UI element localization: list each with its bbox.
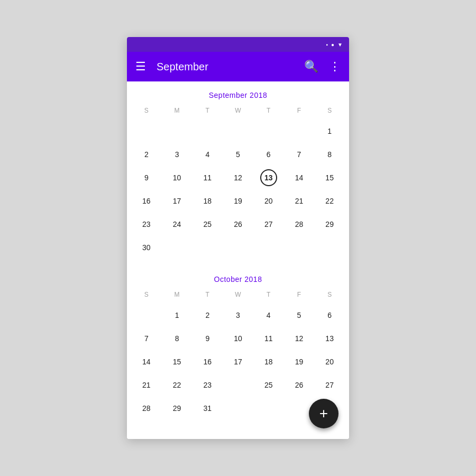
cal-cell-day-28[interactable]: 28 bbox=[284, 213, 315, 236]
more-icon[interactable]: ⋮ bbox=[329, 61, 341, 72]
cal-cell-day-1[interactable]: 1 bbox=[162, 304, 193, 327]
cal-cell-day-18[interactable]: 18 bbox=[253, 350, 284, 373]
cal-cell-day-22[interactable]: 22 bbox=[314, 189, 345, 213]
cal-cell-day-23[interactable]: 23 bbox=[131, 213, 162, 236]
cal-cell-day-22[interactable]: 22 bbox=[162, 373, 193, 397]
cal-cell-day-27[interactable]: 27 bbox=[253, 213, 284, 236]
cal-cell-empty bbox=[223, 236, 253, 259]
cal-cell-day-29[interactable]: 29 bbox=[162, 397, 193, 420]
cal-cell-day-4[interactable]: 4 bbox=[192, 143, 223, 166]
cal-cell-day-9[interactable]: 9 bbox=[131, 166, 162, 189]
cal-cell-day-19[interactable]: 19 bbox=[284, 350, 315, 373]
cal-cell-day-17[interactable]: 17 bbox=[223, 350, 253, 373]
cal-cell-day-2[interactable]: 2 bbox=[131, 143, 162, 166]
cal-cell-empty bbox=[253, 236, 284, 259]
cal-cell-empty bbox=[223, 397, 253, 420]
menu-icon[interactable]: ☰ bbox=[135, 61, 146, 72]
cal-cell-empty bbox=[162, 120, 193, 143]
day-header-3: W bbox=[223, 288, 253, 301]
cal-cell-day-26[interactable]: 26 bbox=[284, 373, 315, 397]
status-icon-square bbox=[326, 42, 328, 48]
cal-grid-september-2018: 1234567891011121314151617181920212223242… bbox=[131, 120, 345, 259]
cal-cell-day-1[interactable]: 1 bbox=[314, 120, 345, 143]
cal-cell-day-26[interactable]: 26 bbox=[223, 213, 253, 236]
cal-cell-day-7[interactable]: 7 bbox=[131, 327, 162, 350]
cal-cell-day-24[interactable]: 24 bbox=[162, 213, 193, 236]
day-header-3: W bbox=[223, 104, 253, 117]
cal-cell-day-6[interactable]: 6 bbox=[253, 143, 284, 166]
cal-cell-empty bbox=[284, 120, 315, 143]
cal-cell-empty bbox=[223, 120, 253, 143]
cal-cell-day-31[interactable]: 31 bbox=[192, 397, 223, 420]
cal-cell-day-12[interactable]: 12 bbox=[284, 327, 315, 350]
day-header-4: T bbox=[253, 288, 284, 301]
day-header-5: F bbox=[284, 288, 315, 301]
day-header-6: S bbox=[314, 288, 345, 301]
cal-cell-empty bbox=[253, 120, 284, 143]
cal-cell-empty bbox=[314, 236, 345, 259]
cal-cell-day-11[interactable]: 11 bbox=[253, 327, 284, 350]
app-bar: ☰ September 🔍 ⋮ bbox=[127, 52, 349, 81]
cal-cell-day-11[interactable]: 11 bbox=[192, 166, 223, 189]
cal-cell-day-21[interactable]: 21 bbox=[131, 373, 162, 397]
cal-cell-day-16[interactable]: 16 bbox=[192, 350, 223, 373]
calendar-content: September 2018SMTWTFS1234567891011121314… bbox=[127, 81, 349, 439]
cal-cell-day-10[interactable]: 10 bbox=[223, 327, 253, 350]
day-header-2: T bbox=[192, 104, 223, 117]
cal-cell-empty bbox=[192, 120, 223, 143]
phone-frame: ☰ September 🔍 ⋮ September 2018SMTWTFS123… bbox=[127, 37, 349, 439]
cal-cell-empty bbox=[253, 397, 284, 420]
cal-cell-day-19[interactable]: 19 bbox=[223, 189, 253, 213]
cal-cell-day-10[interactable]: 10 bbox=[162, 166, 193, 189]
cal-cell-day-15[interactable]: 15 bbox=[314, 166, 345, 189]
cal-cell-day-2[interactable]: 2 bbox=[192, 304, 223, 327]
cal-cell-day-6[interactable]: 6 bbox=[314, 304, 345, 327]
cal-cell-empty bbox=[131, 304, 162, 327]
day-headers-october-2018: SMTWTFS bbox=[131, 288, 345, 301]
day-headers-september-2018: SMTWTFS bbox=[131, 104, 345, 117]
cal-cell-day-5[interactable]: 5 bbox=[223, 143, 253, 166]
cal-cell-day-14[interactable]: 14 bbox=[284, 166, 315, 189]
month-section-october-2018: October 2018SMTWTFS123456789101112131415… bbox=[127, 266, 349, 420]
cal-cell-day-9[interactable]: 9 bbox=[192, 327, 223, 350]
day-header-5: F bbox=[284, 104, 315, 117]
cal-cell-day-25[interactable]: 25 bbox=[192, 213, 223, 236]
cal-cell-day-30[interactable]: 30 bbox=[131, 236, 162, 259]
cal-cell-empty bbox=[284, 236, 315, 259]
cal-cell-day-27[interactable]: 27 bbox=[314, 373, 345, 397]
cal-cell-day-7[interactable]: 7 bbox=[284, 143, 315, 166]
cal-cell-day-4[interactable]: 4 bbox=[253, 304, 284, 327]
cal-cell-day-28[interactable]: 28 bbox=[131, 397, 162, 420]
cal-cell-day-3[interactable]: 3 bbox=[223, 304, 253, 327]
cal-grid-october-2018: 1234567891011121314151617181920212223252… bbox=[131, 304, 345, 420]
cal-cell-day-21[interactable]: 21 bbox=[284, 189, 315, 213]
month-title-october-2018: October 2018 bbox=[131, 266, 345, 288]
cal-cell-day-23[interactable]: 23 bbox=[192, 373, 223, 397]
add-event-fab[interactable]: + bbox=[309, 399, 338, 428]
cal-cell-day-20[interactable]: 20 bbox=[253, 189, 284, 213]
cal-cell-day-16[interactable]: 16 bbox=[131, 189, 162, 213]
month-title-september-2018: September 2018 bbox=[131, 81, 345, 104]
cal-cell-day-12[interactable]: 12 bbox=[223, 166, 253, 189]
cal-cell-day-8[interactable]: 8 bbox=[162, 327, 193, 350]
cal-cell-day-18[interactable]: 18 bbox=[192, 189, 223, 213]
cal-cell-day-5[interactable]: 5 bbox=[284, 304, 315, 327]
day-header-1: M bbox=[162, 288, 193, 301]
cal-cell-day-15[interactable]: 15 bbox=[162, 350, 193, 373]
cal-cell-day-13[interactable]: 13 bbox=[253, 166, 284, 189]
day-header-0: S bbox=[131, 104, 162, 117]
cal-cell-day-13[interactable]: 13 bbox=[314, 327, 345, 350]
cal-cell-empty bbox=[131, 120, 162, 143]
day-header-2: T bbox=[192, 288, 223, 301]
cal-cell-day-29[interactable]: 29 bbox=[314, 213, 345, 236]
search-icon[interactable]: 🔍 bbox=[304, 61, 318, 72]
cal-cell-day-20[interactable]: 20 bbox=[314, 350, 345, 373]
cal-cell-day-14[interactable]: 14 bbox=[131, 350, 162, 373]
cal-cell-day-3[interactable]: 3 bbox=[162, 143, 193, 166]
cal-cell-day-25[interactable]: 25 bbox=[253, 373, 284, 397]
cal-cell-empty bbox=[223, 373, 253, 397]
status-bar bbox=[127, 37, 349, 52]
cal-cell-day-8[interactable]: 8 bbox=[314, 143, 345, 166]
cal-cell-day-17[interactable]: 17 bbox=[162, 189, 193, 213]
day-header-0: S bbox=[131, 288, 162, 301]
